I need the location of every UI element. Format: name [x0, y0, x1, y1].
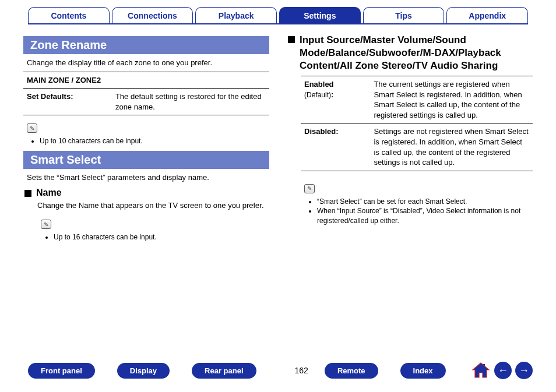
home-icon[interactable]: [471, 362, 491, 379]
name-notes: Up to 16 characters can be input.: [54, 232, 269, 242]
disabled-label: Disabled:: [301, 123, 370, 171]
enabled-label: Enabled: [304, 80, 334, 89]
enabled-disabled-table: Enabled (Default): The current settings …: [301, 76, 533, 171]
zone-rename-desc: Change the display title of each zone to…: [27, 58, 266, 68]
name-heading: Name: [36, 188, 62, 198]
name-subheading: Name: [24, 188, 269, 198]
right-column: Input Source/Master Volume/Sound Mode/Ba…: [287, 31, 533, 247]
name-desc: Change the Name that appears on the TV s…: [37, 200, 266, 211]
set-defaults-value: The default setting is restored for the …: [112, 89, 269, 115]
footer: Front panel Display Rear panel 162 Remot…: [0, 362, 556, 379]
front-panel-button[interactable]: Front panel: [28, 363, 95, 379]
name-note: Up to 16 characters can be input.: [54, 232, 269, 242]
right-subheading: Input Source/Master Volume/Sound Mode/Ba…: [288, 34, 533, 72]
smart-select-title: Smart Select: [23, 151, 269, 169]
footer-nav-icons: ← →: [471, 362, 533, 379]
left-column: Zone Rename Change the display title of …: [23, 31, 269, 247]
pencil-icon: ✎: [27, 123, 37, 133]
pencil-icon: ✎: [304, 184, 315, 193]
zone-rename-title: Zone Rename: [23, 36, 269, 54]
zone-rename-table: MAIN ZONE / ZONE2 Set Defaults: The defa…: [23, 72, 269, 116]
zone-rename-notes: Up to 10 characters can be input.: [40, 136, 269, 146]
tab-connections[interactable]: Connections: [112, 7, 193, 23]
remote-button[interactable]: Remote: [325, 363, 378, 379]
zone-rename-table-header: MAIN ZONE / ZONE2: [23, 72, 269, 89]
tab-appendix[interactable]: Appendix: [446, 7, 528, 23]
page-number: 162: [295, 366, 308, 375]
zone-rename-note: Up to 10 characters can be input.: [40, 136, 269, 146]
tab-contents[interactable]: Contents: [28, 7, 110, 23]
square-bullet-icon: [24, 190, 31, 197]
rear-panel-button[interactable]: Rear panel: [192, 363, 256, 379]
prev-page-button[interactable]: ←: [494, 362, 512, 379]
display-button[interactable]: Display: [117, 363, 170, 379]
smart-select-desc: Sets the “Smart Select” parameters and d…: [27, 172, 266, 183]
set-defaults-label: Set Defaults:: [23, 89, 112, 115]
index-button[interactable]: Index: [400, 363, 446, 379]
next-page-button[interactable]: →: [515, 362, 533, 379]
enabled-sublabel: (Default): [304, 91, 331, 99]
tab-playback[interactable]: Playback: [195, 7, 277, 23]
tab-settings[interactable]: Settings: [279, 7, 361, 23]
pencil-icon: ✎: [41, 220, 51, 229]
right-heading: Input Source/Master Volume/Sound Mode/Ba…: [300, 34, 533, 72]
right-note-2: When “Input Source” is “Disabled”, Video…: [317, 206, 533, 226]
enabled-value: The current settings are registered when…: [370, 76, 533, 123]
page-content: Zone Rename Change the display title of …: [0, 24, 556, 247]
tab-tips[interactable]: Tips: [363, 7, 445, 23]
enabled-label-cell: Enabled (Default):: [301, 76, 370, 123]
top-tabs: Contents Connections Playback Settings T…: [0, 0, 556, 23]
right-notes: “Smart Select” can be set for each Smart…: [317, 197, 533, 226]
right-note-1: “Smart Select” can be set for each Smart…: [317, 197, 533, 207]
arrow-right-icon: →: [519, 365, 529, 377]
arrow-left-icon: ←: [498, 365, 508, 377]
disabled-value: Settings are not registered when Smart S…: [370, 123, 533, 171]
square-bullet-icon: [288, 36, 295, 43]
